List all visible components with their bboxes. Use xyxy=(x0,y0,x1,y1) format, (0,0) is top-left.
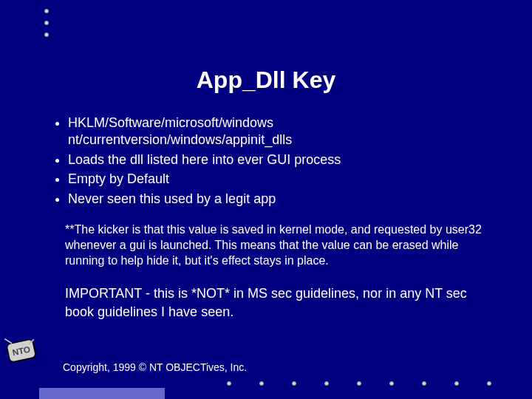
dot-icon xyxy=(422,381,426,386)
list-item: HKLM/Software/microsoft/windows nt/curre… xyxy=(68,115,491,149)
dot-icon xyxy=(227,381,231,386)
dot-icon xyxy=(44,21,49,25)
note-kicker: **The kicker is that this value is saved… xyxy=(65,222,491,268)
list-item: Empty by Default xyxy=(68,171,491,188)
note-important: IMPORTANT - this is *NOT* in MS sec guid… xyxy=(65,284,491,321)
decor-bottom-dots xyxy=(227,381,491,386)
bullet-text: nt/currentversion/windows/appinit_dlls xyxy=(68,132,292,147)
nto-logo-icon: NTO xyxy=(2,335,43,368)
dot-icon xyxy=(292,381,296,386)
dot-icon xyxy=(389,381,394,386)
slide-content: HKLM/Software/microsoft/windows nt/curre… xyxy=(52,115,491,321)
dot-icon xyxy=(487,381,491,386)
bullet-text: HKLM/Software/microsoft/windows xyxy=(68,115,273,130)
list-item: Never seen this used by a legit app xyxy=(68,191,491,208)
dot-icon xyxy=(357,381,361,386)
svg-line-1 xyxy=(4,338,12,343)
copyright-text: Copyright, 1999 © NT OBJECTives, Inc. xyxy=(63,361,247,373)
dot-icon xyxy=(259,381,264,386)
bullet-list: HKLM/Software/microsoft/windows nt/curre… xyxy=(52,115,491,208)
dot-icon xyxy=(44,9,49,13)
decor-bottom-bar xyxy=(39,388,165,399)
dot-icon xyxy=(324,381,329,386)
list-item: Loads the dll listed here into ever GUI … xyxy=(68,151,491,168)
dot-icon xyxy=(44,33,49,37)
dot-icon xyxy=(454,381,459,386)
decor-left-dots xyxy=(44,9,49,37)
slide-title: App_Dll Key xyxy=(0,66,532,94)
slide: App_Dll Key HKLM/Software/microsoft/wind… xyxy=(0,0,532,399)
